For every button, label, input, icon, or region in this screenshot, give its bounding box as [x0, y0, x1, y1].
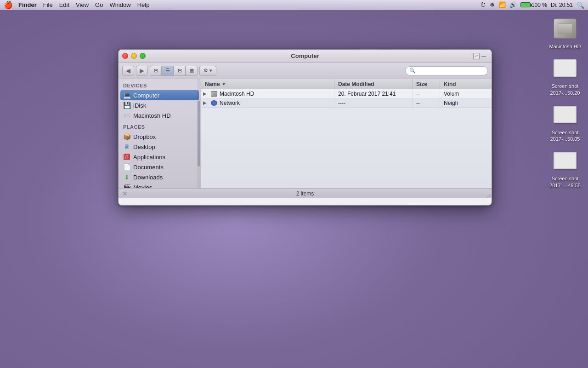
finder-window: Computer ⤢ ◀ ▶ ⊞ ☰ ⊟ ▦ ⚙ ▾ 🔍 [118, 49, 492, 206]
minimize-button[interactable] [131, 53, 137, 59]
search-icon: 🔍 [409, 68, 416, 74]
sidebar-item-movies[interactable]: 🎬 Movies [119, 182, 201, 188]
time-machine-icon[interactable]: ⏱ [480, 1, 486, 8]
expand-arrow-icon[interactable]: ▶ [203, 100, 209, 105]
search-box: 🔍 [405, 66, 488, 75]
fullscreen-icon[interactable]: ⤢ [473, 53, 480, 59]
sidebar-item-desktop[interactable]: 🖥 Desktop [119, 142, 201, 152]
devices-header: DEVICES [119, 79, 201, 90]
column-modified[interactable]: Date Modified [334, 79, 413, 89]
sidebar-documents-label: Documents [133, 164, 164, 171]
idisk-icon: 💾 [123, 102, 130, 109]
documents-icon: 📄 [123, 163, 130, 171]
column-kind[interactable]: Kind [440, 79, 492, 89]
row-name-network: ▶ Network [201, 98, 334, 107]
row-network-modified: ---- [334, 98, 413, 107]
desktop: 🍎 Finder File Edit View Go Window Help ⏱… [0, 0, 588, 368]
row-machd-size: -- [413, 89, 440, 98]
sidebar-item-downloads[interactable]: ⬇ Downloads [119, 172, 201, 182]
menubar-file[interactable]: File [43, 1, 53, 8]
menubar-edit[interactable]: Edit [59, 1, 69, 8]
close-status-icon[interactable]: ✕ [122, 190, 128, 197]
sidebar-item-idisk[interactable]: 💾 iDisk [119, 100, 201, 110]
sidebar-idisk-label: iDisk [133, 102, 146, 109]
sidebar-item-computer[interactable]: 💻 Computer [120, 90, 199, 100]
downloads-icon: ⬇ [123, 173, 130, 181]
network-row-icon [210, 100, 218, 106]
action-button[interactable]: ⚙ ▾ [199, 66, 216, 76]
apple-menu[interactable]: 🍎 [4, 0, 13, 9]
menubar-finder[interactable]: Finder [18, 1, 37, 8]
table-row[interactable]: ▶ Network ---- -- Neigh [201, 98, 492, 108]
maximize-button[interactable] [140, 53, 146, 59]
sidebar-item-dropbox[interactable]: 📦 Dropbox [119, 132, 201, 142]
search-menu-icon[interactable]: 🔍 [577, 1, 584, 9]
sidebar-item-documents[interactable]: 📄 Documents [119, 162, 201, 172]
column-name-label: Name [205, 81, 220, 87]
bluetooth-icon[interactable]: ❄ [490, 1, 495, 8]
row-name-machd: ▶ Macintosh HD [201, 89, 334, 98]
row-network-size: -- [413, 98, 440, 107]
sidebar-item-applications[interactable]: 🅰 Applications [119, 152, 201, 162]
sound-icon[interactable]: 🔊 [509, 1, 517, 8]
row-network-label: Network [220, 100, 240, 106]
close-button[interactable] [122, 53, 128, 59]
dropbox-icon: 📦 [123, 133, 130, 140]
sidebar-downloads-label: Downloads [133, 174, 163, 181]
machd-icon-label: Macintosh HD [549, 43, 581, 50]
traffic-lights [122, 53, 146, 59]
desktop-icon-screenshot1[interactable]: Screen shot2017-...50.20 [547, 53, 583, 98]
menubar-view[interactable]: View [76, 1, 89, 8]
resize-handle[interactable] [484, 191, 492, 198]
resize-icon [485, 192, 491, 197]
menubar-window[interactable]: Window [109, 1, 130, 8]
back-button[interactable]: ◀ [122, 66, 134, 76]
desktop-icon-sidebar: 🖥 [123, 143, 130, 150]
wifi-icon[interactable]: 📶 [498, 1, 506, 8]
status-bar: ✕ 2 items [119, 188, 492, 198]
file-list-header: Name ▼ Date Modified Size Kind [201, 79, 492, 89]
row-network-kind: Neigh [440, 98, 492, 107]
file-list-area: Name ▼ Date Modified Size Kind [201, 79, 492, 188]
applications-icon: 🅰 [123, 153, 130, 161]
toolbar: ◀ ▶ ⊞ ☰ ⊟ ▦ ⚙ ▾ 🔍 [119, 63, 492, 79]
sidebar-applications-label: Applications [133, 154, 165, 161]
menubar-go[interactable]: Go [95, 1, 103, 8]
row-machd-kind: Volum [440, 89, 492, 98]
macintosh-hd-icon: 🖴 [123, 112, 130, 119]
row-machd-modified: 20. Februar 2017 21:41 [334, 89, 413, 98]
view-cover-button[interactable]: ▦ [186, 66, 198, 76]
places-header: PLACES [119, 121, 201, 132]
sidebar-machd-label: Macintosh HD [133, 112, 171, 119]
table-row[interactable]: ▶ Macintosh HD 20. Februar 2017 21:41 --… [201, 89, 492, 98]
content-area: DEVICES 💻 Computer 💾 iDisk 🖴 Macintosh H… [119, 79, 492, 188]
datetime-display: Di. 20:51 [551, 2, 573, 8]
search-input[interactable] [418, 68, 484, 74]
minimize-icon[interactable] [481, 53, 488, 59]
sidebar-item-macintosh-hd[interactable]: 🖴 Macintosh HD [119, 110, 201, 121]
view-list-button[interactable]: ☰ [162, 66, 174, 76]
screenshot1-icon-image [552, 55, 578, 81]
sidebar: DEVICES 💻 Computer 💾 iDisk 🖴 Macintosh H… [119, 79, 201, 188]
view-icon-button[interactable]: ⊞ [150, 66, 162, 76]
screenshot3-icon-image [552, 148, 578, 173]
view-column-button[interactable]: ⊟ [174, 66, 186, 76]
forward-button[interactable]: ▶ [136, 66, 148, 76]
gear-icon: ⚙ [204, 68, 208, 74]
sidebar-movies-label: Movies [133, 184, 152, 189]
column-name[interactable]: Name ▼ [201, 79, 334, 89]
screenshot2-icon-image [552, 102, 578, 127]
svg-line-0 [487, 194, 491, 197]
expand-arrow-icon[interactable]: ▶ [203, 91, 209, 96]
menubar-help[interactable]: Help [137, 1, 150, 8]
menubar: 🍎 Finder File Edit View Go Window Help ⏱… [0, 0, 588, 10]
sidebar-dropbox-label: Dropbox [133, 133, 156, 140]
desktop-icon-screenshot2[interactable]: Screen shot2017-...50.05 [547, 100, 583, 144]
sidebar-desktop-label: Desktop [133, 144, 155, 150]
column-size-label: Size [416, 81, 427, 87]
sort-arrow-icon: ▼ [222, 82, 226, 86]
desktop-icon-machd[interactable]: Macintosh HD [547, 14, 583, 52]
desktop-icon-screenshot3[interactable]: Screen shot2017-....49.55 [547, 146, 583, 190]
row-machd-label: Macintosh HD [220, 91, 254, 97]
column-size[interactable]: Size [413, 79, 440, 89]
